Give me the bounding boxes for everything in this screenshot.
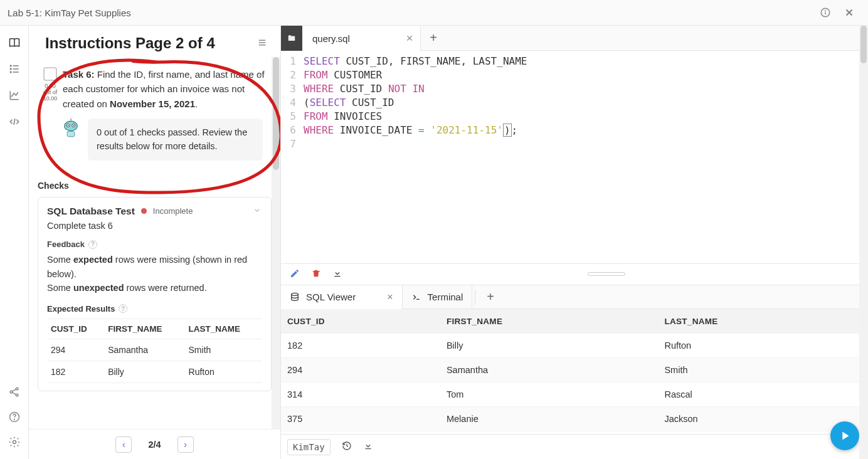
add-tab-button[interactable]: + [421,31,446,45]
expected-heading: Expected Results [47,304,115,314]
info-icon[interactable] [819,6,832,19]
sql-viewer-tab[interactable]: SQL Viewer × [281,285,403,309]
run-button[interactable] [830,421,859,450]
task-text: Task 6: Find the ID, first name, and las… [63,67,267,111]
svg-rect-31 [67,131,75,137]
results-table: CUST_IDFIRST_NAMELAST_NAME 182BillyRufto… [281,309,868,434]
editor-tabs: query.sql × + [281,26,868,51]
database-icon [290,292,300,302]
svg-point-22 [13,441,16,444]
check-card: SQL Database Test Incomplete Complete ta… [38,197,272,391]
check-result-message: 0 out of 1 checks passed. Review the res… [88,119,263,161]
chevron-down-icon[interactable] [252,205,262,217]
svg-point-33 [70,119,72,120]
close-tab-icon[interactable]: × [406,32,413,45]
svg-point-17 [16,394,18,396]
splitter-handle[interactable] [588,272,625,276]
svg-point-15 [10,391,13,393]
close-icon[interactable] [843,6,855,19]
svg-line-14 [14,119,15,125]
folder-icon[interactable] [281,26,302,51]
nav-rail [0,26,29,459]
gear-icon[interactable] [8,435,21,449]
instructions-panel: Instructions Page 2 of 4 0.00 out of [29,26,281,459]
scrollbar[interactable] [859,26,868,459]
sql-viewer-label: SQL Viewer [306,292,356,302]
table-row: 294SamanthaSmith [47,339,262,361]
terminal-icon [411,292,421,302]
svg-point-16 [16,388,18,390]
table-row: 182BillyRufton [47,361,262,382]
score: 0.00 out of 10.00 [38,83,63,102]
svg-point-2 [825,11,826,11]
chevron-down-icon[interactable] [255,70,265,82]
check-title: SQL Database Test [47,206,135,217]
help-circle-icon[interactable]: ? [88,240,97,249]
workspace: query.sql × + 1234567 SELECT CUST_ID, FI… [281,26,868,459]
pager: ‹ 2/4 › [29,429,280,459]
instructions-heading: Instructions Page 2 of 4 [45,34,215,52]
svg-point-30 [73,125,74,126]
svg-line-19 [12,393,16,394]
task-block: 0.00 out of 10.00 Task 6: Find the ID, f… [38,62,272,169]
file-tab-label: query.sql [312,33,350,44]
share-icon[interactable] [8,385,21,399]
prev-page-button[interactable]: ‹ [115,436,132,453]
help-circle-icon[interactable]: ? [119,304,127,313]
results-footer: KimTay [281,434,868,459]
checks-heading: Checks [38,181,272,191]
book-icon[interactable] [8,36,21,50]
terminal-tab[interactable]: Terminal [403,285,473,309]
table-row: 435JamesGonzalez [281,431,868,435]
task-checkbox[interactable] [43,67,57,81]
edit-icon[interactable] [290,268,300,280]
robot-avatar-icon [60,119,82,140]
history-icon[interactable] [342,441,352,453]
list-icon[interactable] [8,62,21,76]
table-row: 375MelanieJackson [281,407,868,431]
table-row: 294SamanthaSmith [281,358,868,382]
menu-icon[interactable] [257,37,268,50]
feedback-heading: Feedback [47,240,85,249]
trash-icon[interactable] [311,268,321,280]
svg-line-18 [12,389,16,391]
expected-results-table: CUST_IDFIRST_NAMELAST_NAME 294SamanthaSm… [47,319,262,383]
check-subtitle: Complete task 6 [47,221,262,231]
code-icon[interactable] [8,115,21,129]
svg-point-11 [10,71,11,73]
svg-point-21 [14,419,14,419]
chart-icon[interactable] [8,88,21,102]
check-status: Incomplete [153,206,193,216]
add-result-tab-button[interactable]: + [478,290,503,304]
feedback-text: Some expected rows were missing (shown i… [47,253,262,295]
svg-point-34 [292,293,299,295]
file-tab[interactable]: query.sql × [302,26,421,51]
code-editor[interactable]: 1234567 SELECT CUST_ID, FIRST_NAME, LAST… [281,51,868,264]
editor-toolbar [281,264,868,285]
help-icon[interactable] [8,410,21,424]
download-icon[interactable] [363,441,373,453]
status-dot-icon [141,208,147,214]
results-panel: CUST_IDFIRST_NAMELAST_NAME 182BillyRufto… [281,309,868,434]
db-label: KimTay [287,439,331,455]
svg-point-9 [10,65,11,66]
page-indicator: 2/4 [148,440,161,450]
svg-point-10 [10,68,11,70]
close-tab-icon[interactable]: × [387,292,393,303]
table-row: 182BillyRufton [281,334,868,358]
table-row: 314TomRascal [281,382,868,407]
svg-point-29 [68,125,69,126]
terminal-label: Terminal [428,292,463,302]
titlebar: Lab 5-1: KimTay Pet Supplies [0,0,868,26]
scrollbar[interactable] [272,57,280,429]
result-tabs: SQL Viewer × Terminal + [281,285,868,309]
download-icon[interactable] [332,268,342,280]
next-page-button[interactable]: › [177,436,194,453]
lab-title: Lab 5-1: KimTay Pet Supplies [8,8,131,18]
svg-point-26 [65,121,77,130]
